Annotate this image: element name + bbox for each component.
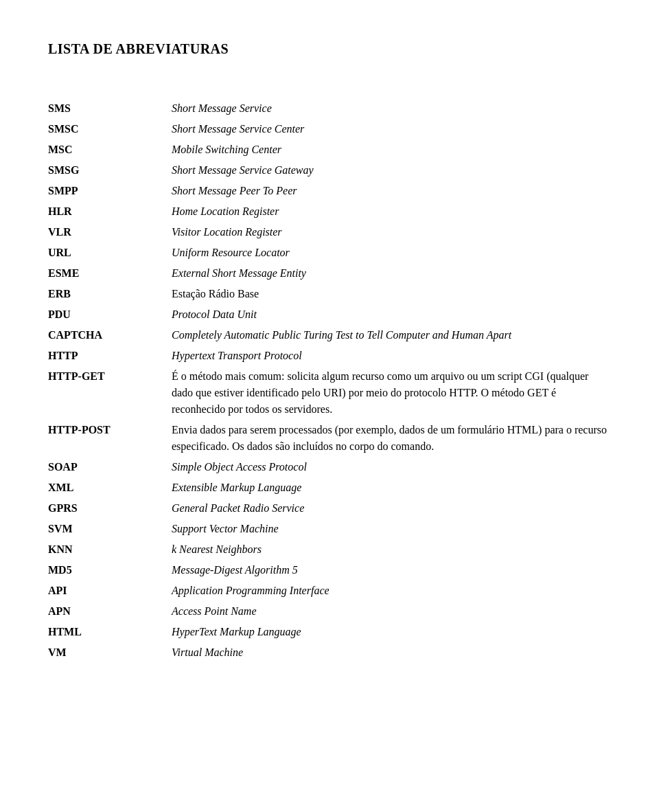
table-row: GPRSGeneral Packet Radio Service — [48, 498, 611, 519]
abbreviation: VM — [48, 642, 172, 663]
definition: Hypertext Transport Protocol — [172, 346, 611, 366]
abbreviation: SMSC — [48, 119, 172, 139]
table-row: MSCMobile Switching Center — [48, 139, 611, 160]
abbreviation: SMS — [48, 98, 172, 119]
definition: Short Message Service Gateway — [172, 160, 611, 181]
table-row: APIApplication Programming Interface — [48, 580, 611, 601]
table-row: URLUniform Resource Locator — [48, 243, 611, 263]
table-row: CAPTCHACompletely Automatic Public Turin… — [48, 325, 611, 346]
definition: Visitor Location Register — [172, 222, 611, 243]
abbreviations-table: SMSShort Message ServiceSMSCShort Messag… — [48, 98, 611, 663]
definition: Mobile Switching Center — [172, 139, 611, 160]
abbreviation: ERB — [48, 284, 172, 304]
definition: Extensible Markup Language — [172, 477, 611, 498]
definition: Application Programming Interface — [172, 580, 611, 601]
abbreviation: CAPTCHA — [48, 325, 172, 346]
abbreviation: HLR — [48, 201, 172, 222]
definition: Virtual Machine — [172, 642, 611, 663]
abbreviation: HTTP-GET — [48, 366, 172, 420]
definition: É o método mais comum: solicita algum re… — [172, 366, 611, 420]
table-row: SMPPShort Message Peer To Peer — [48, 181, 611, 201]
definition: Protocol Data Unit — [172, 304, 611, 325]
abbreviation: APN — [48, 601, 172, 622]
table-row: MD5Message-Digest Algorithm 5 — [48, 560, 611, 580]
table-row: SMSGShort Message Service Gateway — [48, 160, 611, 181]
abbreviation: URL — [48, 243, 172, 263]
abbreviation: MSC — [48, 139, 172, 160]
abbreviation: SVM — [48, 519, 172, 539]
definition: External Short Message Entity — [172, 263, 611, 284]
table-row: VLRVisitor Location Register — [48, 222, 611, 243]
definition: Simple Object Access Protocol — [172, 457, 611, 477]
table-row: HTMLHyperText Markup Language — [48, 622, 611, 642]
table-row: SVMSupport Vector Machine — [48, 519, 611, 539]
definition: Envia dados para serem processados (por … — [172, 420, 611, 457]
definition: Completely Automatic Public Turing Test … — [172, 325, 611, 346]
abbreviation: HTML — [48, 622, 172, 642]
table-row: SOAPSimple Object Access Protocol — [48, 457, 611, 477]
definition: General Packet Radio Service — [172, 498, 611, 519]
abbreviation: ESME — [48, 263, 172, 284]
table-row: ESMEExternal Short Message Entity — [48, 263, 611, 284]
abbreviation: HTTP — [48, 346, 172, 366]
definition: Support Vector Machine — [172, 519, 611, 539]
definition: Short Message Service Center — [172, 119, 611, 139]
definition: k Nearest Neighbors — [172, 539, 611, 560]
definition: HyperText Markup Language — [172, 622, 611, 642]
abbreviation: SMSG — [48, 160, 172, 181]
table-row: ERBEstação Rádio Base — [48, 284, 611, 304]
page-title: LISTA DE ABREVIATURAS — [48, 41, 611, 57]
abbreviation: KNN — [48, 539, 172, 560]
table-row: HTTP-GETÉ o método mais comum: solicita … — [48, 366, 611, 420]
definition: Estação Rádio Base — [172, 284, 611, 304]
definition: Message-Digest Algorithm 5 — [172, 560, 611, 580]
table-row: PDUProtocol Data Unit — [48, 304, 611, 325]
table-row: HLRHome Location Register — [48, 201, 611, 222]
abbreviation: VLR — [48, 222, 172, 243]
abbreviation: XML — [48, 477, 172, 498]
table-row: SMSCShort Message Service Center — [48, 119, 611, 139]
table-row: XMLExtensible Markup Language — [48, 477, 611, 498]
table-row: HTTP-POSTEnvia dados para serem processa… — [48, 420, 611, 457]
abbreviation: MD5 — [48, 560, 172, 580]
definition: Access Point Name — [172, 601, 611, 622]
abbreviation: HTTP-POST — [48, 420, 172, 457]
abbreviation: API — [48, 580, 172, 601]
definition: Uniform Resource Locator — [172, 243, 611, 263]
definition: Home Location Register — [172, 201, 611, 222]
abbreviation: GPRS — [48, 498, 172, 519]
abbreviation: SMPP — [48, 181, 172, 201]
table-row: VMVirtual Machine — [48, 642, 611, 663]
abbreviation: SOAP — [48, 457, 172, 477]
abbreviation: PDU — [48, 304, 172, 325]
table-row: APNAccess Point Name — [48, 601, 611, 622]
definition: Short Message Service — [172, 98, 611, 119]
definition: Short Message Peer To Peer — [172, 181, 611, 201]
table-row: KNNk Nearest Neighbors — [48, 539, 611, 560]
table-row: HTTPHypertext Transport Protocol — [48, 346, 611, 366]
table-row: SMSShort Message Service — [48, 98, 611, 119]
